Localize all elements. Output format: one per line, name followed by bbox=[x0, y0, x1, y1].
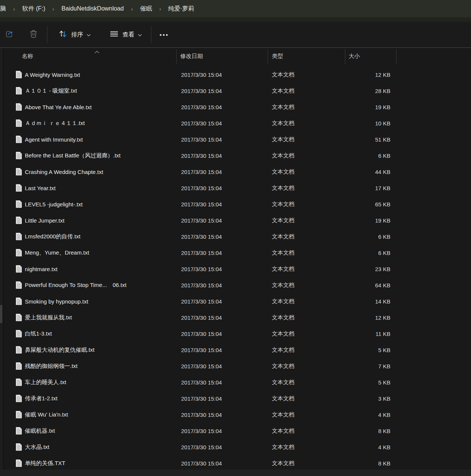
file-name: LEVEL5 -judgelight-.txt bbox=[25, 201, 82, 207]
file-row[interactable]: Lmsfed2000的自传.txt 2017/3/30 15:04 文本文档 6… bbox=[0, 228, 471, 244]
file-type: 文本文档 bbox=[272, 314, 294, 321]
breadcrumb-item[interactable]: 催眠 bbox=[137, 4, 155, 14]
text-file-icon bbox=[16, 152, 22, 159]
file-row[interactable]: Ａｄｍｉ ｒｅ４１１.txt 2017/3/30 15:04 文本文档 10 K… bbox=[0, 115, 471, 131]
file-name: Crashing A Wedding Chapte.txt bbox=[25, 168, 103, 175]
file-row[interactable]: 车上的睡美人.txt 2017/3/30 15:04 文本文档 5 KB bbox=[0, 374, 471, 390]
file-row[interactable]: 鼻屎般大动机的复仇催眠.txt 2017/3/30 15:04 文本文档 5 K… bbox=[0, 342, 471, 358]
file-date-modified: 2017/3/30 15:04 bbox=[181, 71, 222, 78]
column-header-name[interactable]: 名称 bbox=[22, 53, 33, 60]
file-name: 传承者1-2.txt bbox=[25, 395, 58, 402]
file-date-modified: 2017/3/30 15:04 bbox=[181, 314, 222, 320]
file-row[interactable]: 白纸1-3.txt 2017/3/30 15:04 文本文档 11 KB bbox=[0, 325, 471, 342]
text-file-icon bbox=[16, 233, 22, 240]
breadcrumb-item[interactable]: BaiduNetdiskDownload bbox=[59, 4, 126, 13]
share-button[interactable] bbox=[2, 27, 17, 43]
file-name: Powerful Enough To Stop Time... 06.txt bbox=[25, 281, 127, 288]
chevron-down-icon bbox=[87, 31, 91, 38]
file-row[interactable]: Crashing A Wedding Chapte.txt 2017/3/30 … bbox=[0, 163, 471, 180]
chevron-down-icon bbox=[138, 31, 142, 38]
sort-ascending-icon bbox=[95, 48, 99, 55]
file-name: 鼻屎般大动机的复仇催眠.txt bbox=[25, 346, 95, 353]
view-button-label: 查看 bbox=[122, 31, 134, 39]
window-divider bbox=[0, 17, 471, 22]
delete-button[interactable] bbox=[26, 27, 41, 43]
file-date-modified: 2017/3/30 15:04 bbox=[181, 363, 222, 369]
file-type: 文本文档 bbox=[272, 103, 294, 110]
file-row[interactable]: Smoking by hypnopup.txt 2017/3/30 15:04 … bbox=[0, 293, 471, 309]
file-date-modified: 2017/3/30 15:04 bbox=[181, 152, 222, 159]
file-name: Lmsfed2000的自传.txt bbox=[25, 233, 81, 240]
sort-arrows-icon bbox=[58, 29, 68, 40]
file-row[interactable]: 传承者1-2.txt 2017/3/30 15:04 文本文档 3 KB bbox=[0, 390, 471, 406]
scrollbar-thumb[interactable] bbox=[0, 305, 2, 323]
text-file-icon bbox=[16, 281, 22, 289]
file-row[interactable]: Ａ１０１ - 吸烟室.txt 2017/3/30 15:04 文本文档 28 K… bbox=[0, 82, 471, 99]
view-button[interactable]: 查看 bbox=[107, 27, 144, 43]
file-type: 文本文档 bbox=[272, 395, 294, 402]
text-file-icon bbox=[16, 87, 22, 95]
file-row[interactable]: Meng、Yume、Dream.txt 2017/3/30 15:04 文本文档… bbox=[0, 244, 471, 261]
file-date-modified: 2017/3/30 15:04 bbox=[181, 411, 222, 418]
breadcrumb-item[interactable]: 脑 bbox=[0, 4, 9, 14]
text-file-icon bbox=[16, 265, 22, 273]
file-name: 车上的睡美人.txt bbox=[25, 378, 66, 386]
sort-button[interactable]: 排序 bbox=[56, 27, 93, 43]
breadcrumb-item[interactable]: 软件 (F:) bbox=[20, 4, 48, 14]
file-date-modified: 2017/3/30 15:04 bbox=[181, 136, 222, 142]
breadcrumb-separator-icon: › bbox=[14, 6, 15, 12]
file-date-modified: 2017/3/30 15:04 bbox=[181, 201, 222, 207]
trash-icon bbox=[29, 29, 38, 40]
file-size: 17 KB bbox=[345, 185, 390, 191]
file-row[interactable]: nightmare.txt 2017/3/30 15:04 文本文档 23 KB bbox=[0, 261, 471, 277]
column-divider[interactable] bbox=[345, 49, 345, 64]
file-row[interactable]: 催眠 Wu' Lia'n.txt 2017/3/30 15:04 文本文档 4 … bbox=[0, 406, 471, 423]
breadcrumb-item[interactable]: 纯爱·萝莉 bbox=[166, 4, 197, 14]
file-size: 4 KB bbox=[345, 411, 390, 418]
file-size: 23 KB bbox=[345, 265, 390, 272]
file-date-modified: 2017/3/30 15:04 bbox=[181, 330, 222, 337]
column-divider[interactable] bbox=[396, 49, 396, 64]
file-row[interactable]: 大水晶.txt 2017/3/30 15:04 文本文档 4 KB bbox=[0, 439, 471, 455]
file-name: 催眠机器.txt bbox=[25, 427, 55, 434]
file-row[interactable]: A Weighty Warning.txt 2017/3/30 15:04 文本… bbox=[0, 66, 471, 82]
scrollbar-track[interactable] bbox=[0, 48, 4, 470]
file-row[interactable]: Above That Ye Are Able.txt 2017/3/30 15:… bbox=[0, 99, 471, 115]
file-type: 文本文档 bbox=[272, 427, 294, 434]
file-row[interactable]: 爱上我就服从我.txt 2017/3/30 15:04 文本文档 12 KB bbox=[0, 309, 471, 325]
column-header-date-modified[interactable]: 修改日期 bbox=[180, 53, 203, 60]
file-row[interactable]: Powerful Enough To Stop Time... 06.txt 2… bbox=[0, 277, 471, 293]
file-row[interactable]: 残酷的御姐纲领一.txt 2017/3/30 15:04 文本文档 7 KB bbox=[0, 358, 471, 374]
more-options-button[interactable]: ••• bbox=[157, 29, 171, 40]
text-file-icon bbox=[16, 346, 22, 354]
file-date-modified: 2017/3/30 15:04 bbox=[181, 346, 222, 353]
text-file-icon bbox=[16, 298, 22, 305]
file-type: 文本文档 bbox=[272, 378, 294, 386]
file-row[interactable]: Before the Last Battle（风过迴廊）.txt 2017/3/… bbox=[0, 147, 471, 163]
file-row[interactable]: Agent with Immunity.txt 2017/3/30 15:04 … bbox=[0, 131, 471, 147]
column-divider[interactable] bbox=[268, 49, 268, 64]
status-bar bbox=[0, 470, 471, 476]
file-name: nightmare.txt bbox=[25, 265, 58, 272]
file-row[interactable]: 催眠机器.txt 2017/3/30 15:04 文本文档 8 KB bbox=[0, 423, 471, 439]
column-divider[interactable] bbox=[176, 49, 177, 64]
file-name: Ａ１０１ - 吸烟室.txt bbox=[25, 87, 77, 94]
column-header-size[interactable]: 大小 bbox=[349, 53, 360, 60]
file-row[interactable]: 单纯的关係.TXT 2017/3/30 15:04 文本文档 8 KB bbox=[0, 455, 471, 470]
file-type: 文本文档 bbox=[272, 265, 294, 272]
column-header-type[interactable]: 类型 bbox=[272, 53, 283, 60]
text-file-icon bbox=[16, 217, 22, 224]
file-size: 6 KB bbox=[345, 233, 390, 240]
share-icon bbox=[5, 29, 14, 40]
file-name: Meng、Yume、Dream.txt bbox=[25, 249, 89, 256]
file-type: 文本文档 bbox=[272, 233, 294, 240]
file-row[interactable]: LEVEL5 -judgelight-.txt 2017/3/30 15:04 … bbox=[0, 196, 471, 212]
file-type: 文本文档 bbox=[272, 136, 294, 143]
file-date-modified: 2017/3/30 15:04 bbox=[181, 444, 222, 450]
text-file-icon bbox=[16, 330, 22, 337]
file-row[interactable]: Little Jumper.txt 2017/3/30 15:04 文本文档 1… bbox=[0, 212, 471, 228]
file-size: 3 KB bbox=[345, 395, 390, 401]
breadcrumb-separator-icon: › bbox=[159, 6, 161, 12]
file-name: Ａｄｍｉ ｒｅ４１１.txt bbox=[25, 119, 85, 127]
file-row[interactable]: Last Year.txt 2017/3/30 15:04 文本文档 17 KB bbox=[0, 180, 471, 196]
